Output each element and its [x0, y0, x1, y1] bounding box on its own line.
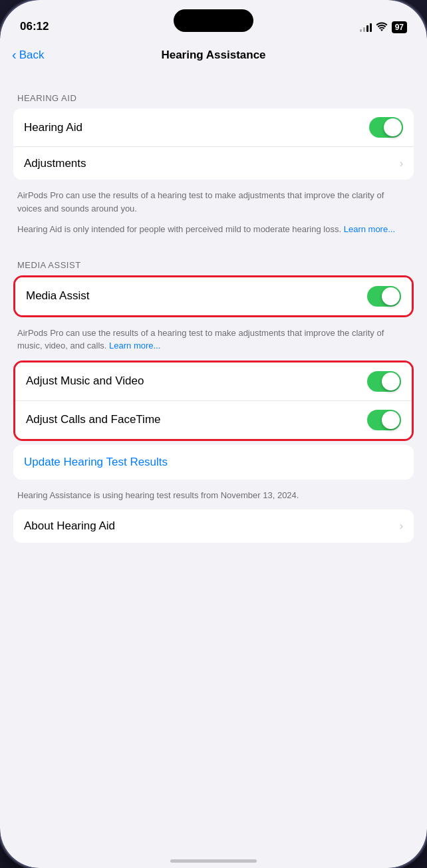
adjustments-right: ›	[400, 158, 403, 170]
content-scroll[interactable]: HEARING AID Hearing Aid Adjustments › A	[0, 72, 427, 845]
update-hearing-card[interactable]: Update Hearing Test Results	[13, 445, 414, 480]
media-assist-desc-text: AirPods Pro can use the results of a hea…	[17, 328, 384, 351]
about-hearing-right: ›	[400, 520, 403, 532]
media-assist-toggle[interactable]	[367, 286, 401, 307]
media-assist-toggle-knob	[382, 287, 400, 305]
about-hearing-row[interactable]: About Hearing Aid ›	[13, 509, 414, 543]
update-hearing-label[interactable]: Update Hearing Test Results	[24, 456, 168, 468]
hearing-aid-description-2: Hearing Aid is only intended for people …	[13, 223, 414, 244]
adjust-music-toggle-knob	[382, 372, 400, 390]
media-assist-card: Media Assist	[15, 277, 412, 315]
about-hearing-label: About Hearing Aid	[24, 519, 115, 533]
adjustments-chevron-icon: ›	[400, 158, 403, 170]
wifi-icon	[376, 22, 388, 33]
back-chevron-icon: ‹	[12, 47, 17, 63]
dynamic-island	[174, 9, 253, 32]
adjust-card: Adjust Music and Video Adjust Calls and …	[15, 362, 412, 439]
adjust-calls-label: Adjust Calls and FaceTime	[26, 413, 161, 426]
learn-more-1-link[interactable]: Learn more...	[344, 224, 395, 234]
adjust-calls-toggle-knob	[382, 411, 400, 429]
phone-screen: 06:12 97	[0, 0, 427, 868]
signal-bar-1	[360, 29, 362, 32]
signal-bar-4	[370, 23, 372, 32]
learn-more-2-link[interactable]: Learn more...	[109, 341, 160, 351]
about-hearing-chevron-icon: ›	[400, 520, 403, 532]
hearing-aid-description-1: AirPods Pro can use the results of a hea…	[13, 184, 414, 223]
signal-bar-2	[363, 27, 365, 32]
page-title: Hearing Assistance	[161, 49, 265, 62]
status-icons: 97	[360, 21, 407, 35]
adjust-music-label: Adjust Music and Video	[26, 374, 144, 388]
hearing-aid-section-header: HEARING AID	[13, 93, 414, 103]
navigation-bar: ‹ Back Hearing Assistance	[0, 39, 427, 72]
adjustments-label: Adjustments	[24, 157, 86, 170]
phone-frame: 06:12 97	[0, 0, 427, 868]
adjust-music-toggle[interactable]	[367, 371, 401, 392]
adjust-highlight: Adjust Music and Video Adjust Calls and …	[13, 361, 414, 441]
adjust-calls-toggle[interactable]	[367, 410, 401, 430]
media-assist-section-header: MEDIA ASSIST	[13, 260, 414, 270]
signal-icon	[360, 23, 372, 32]
hearing-aid-row: Hearing Aid	[13, 108, 414, 146]
media-assist-label: Media Assist	[26, 289, 89, 303]
hearing-aid-label: Hearing Aid	[24, 121, 82, 134]
adjustments-row[interactable]: Adjustments ›	[13, 146, 414, 180]
hearing-aid-toggle-knob	[384, 118, 402, 136]
signal-bar-3	[366, 25, 368, 32]
adjust-music-row: Adjust Music and Video	[15, 362, 412, 400]
media-assist-highlight: Media Assist	[13, 275, 414, 317]
hearing-aid-desc2-text: Hearing Aid is only intended for people …	[17, 224, 341, 234]
hearing-aid-toggle[interactable]	[369, 117, 403, 138]
home-indicator[interactable]	[170, 859, 257, 863]
about-hearing-card: About Hearing Aid ›	[13, 509, 414, 543]
back-button[interactable]: ‹ Back	[12, 48, 44, 63]
status-time: 06:12	[20, 20, 49, 35]
back-label: Back	[19, 49, 45, 62]
update-hearing-description: Hearing Assistance is using hearing test…	[13, 484, 414, 510]
media-assist-description: AirPods Pro can use the results of a hea…	[13, 321, 414, 361]
media-assist-row: Media Assist	[15, 277, 412, 315]
battery-icon: 97	[392, 21, 407, 33]
adjust-calls-row: Adjust Calls and FaceTime	[15, 400, 412, 439]
hearing-aid-card: Hearing Aid Adjustments ›	[13, 108, 414, 180]
battery-level: 97	[392, 21, 407, 33]
